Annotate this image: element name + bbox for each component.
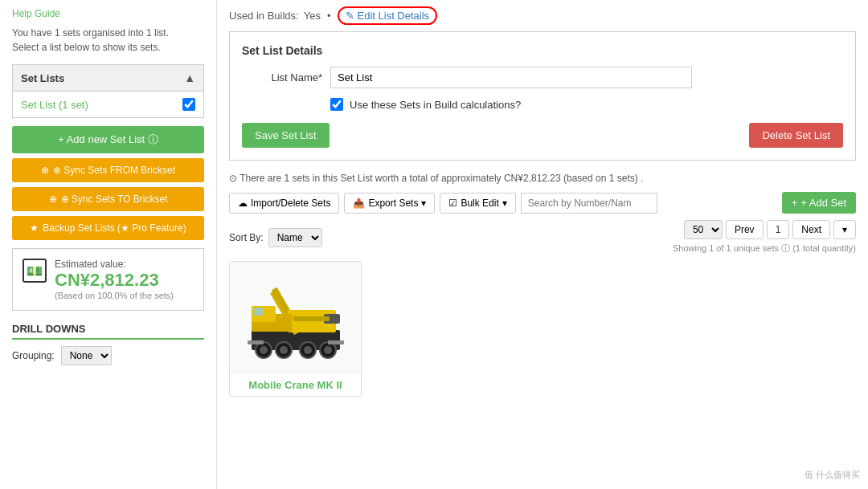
per-page-select[interactable]: 50	[684, 220, 723, 239]
delete-set-list-button[interactable]: Delete Set List	[749, 123, 843, 148]
info-bar: ⊙ There are 1 sets in this Set List wort…	[229, 173, 856, 184]
sort-select[interactable]: Name	[268, 228, 322, 247]
grouping-label: Grouping:	[12, 350, 55, 361]
import-icon: ☁	[238, 198, 248, 209]
set-card-title[interactable]: Mobile Crane MK II	[230, 374, 361, 396]
sync-to-icon: ⊕	[49, 194, 57, 205]
save-set-list-button[interactable]: Save Set List	[242, 123, 330, 148]
set-list-item-link[interactable]: Set List (1 set)	[21, 99, 88, 111]
set-list-details-panel: Set List Details List Name* Use these Se…	[229, 31, 856, 161]
use-in-builds-label: Use these Sets in Build calculations?	[350, 99, 521, 111]
prev-page-button[interactable]: Prev	[726, 220, 764, 239]
showing-text: Showing 1 of 1 unique sets ⓘ (1 total qu…	[673, 242, 856, 255]
svg-rect-14	[253, 308, 263, 316]
svg-point-8	[324, 346, 332, 354]
sync-from-icon: ⊕	[41, 165, 49, 176]
more-options-button[interactable]: ▾	[833, 220, 856, 239]
set-card[interactable]: Mobile Crane MK II	[229, 261, 362, 397]
info-bar-text: There are 1 sets in this Set List worth …	[240, 173, 643, 184]
pagination-row: Sort By: Name 50 Prev 1 Next ▾ Showing 1…	[229, 220, 856, 255]
sync-to-brickset-button[interactable]: ⊕ ⊕ Sync Sets TO Brickset	[12, 187, 204, 211]
set-card-image	[230, 262, 361, 374]
backup-icon: ★	[30, 222, 39, 234]
set-lists-collapse-arrow[interactable]: ▲	[184, 71, 195, 84]
svg-point-4	[280, 346, 288, 354]
info-camera-icon: ⊙	[229, 173, 237, 184]
pagination-controls: 50 Prev 1 Next ▾	[684, 220, 856, 239]
grouping-select[interactable]: None	[61, 346, 112, 365]
help-guide-link[interactable]: Help Guide	[12, 8, 204, 19]
add-set-button[interactable]: + + Add Set	[782, 192, 856, 214]
list-name-input[interactable]	[330, 67, 692, 88]
set-list-details-title: Set List Details	[242, 44, 843, 57]
export-dropdown-arrow: ▾	[421, 198, 426, 209]
watermark: 值 什么值得买	[805, 469, 860, 481]
estimated-label: Estimated value:	[55, 259, 174, 270]
search-input[interactable]	[521, 193, 657, 214]
sidebar-description: You have 1 sets organised into 1 list. S…	[12, 26, 204, 55]
estimated-value: CN¥2,812.23	[55, 270, 174, 291]
list-name-label: List Name*	[242, 71, 330, 84]
estimated-value-box: 💵 Estimated value: CN¥2,812.23 (Based on…	[12, 248, 204, 311]
estimated-note: (Based on 100.0% of the sets)	[55, 291, 174, 300]
edit-list-details-link[interactable]: ✎ Edit List Details	[338, 6, 438, 25]
bulk-edit-dropdown-arrow: ▾	[502, 198, 507, 209]
add-new-set-list-button[interactable]: + Add new Set List ⓘ	[12, 126, 204, 153]
svg-rect-16	[293, 316, 330, 321]
sort-by-label: Sort By:	[229, 232, 264, 243]
sets-grid: Mobile Crane MK II	[229, 261, 856, 397]
current-page: 1	[767, 220, 790, 239]
use-in-builds-checkbox[interactable]	[330, 98, 343, 111]
set-list-item-checkbox[interactable]	[182, 98, 195, 111]
sets-toolbar: ☁ Import/Delete Sets 📤 Export Sets ▾ ☑ B…	[229, 192, 856, 214]
estimated-value-icon: 💵	[23, 259, 47, 283]
export-sets-button[interactable]: 📤 Export Sets ▾	[344, 193, 435, 214]
svg-point-6	[304, 346, 312, 354]
svg-point-2	[260, 346, 268, 354]
next-page-button[interactable]: Next	[792, 220, 830, 239]
backup-set-lists-button[interactable]: ★ Backup Set Lists (★ Pro Feature)	[12, 216, 204, 240]
drill-downs-section: DRILL DOWNS Grouping: None	[12, 323, 204, 365]
drill-downs-header: DRILL DOWNS	[12, 323, 204, 340]
bulk-edit-icon: ☑	[448, 198, 457, 209]
set-lists-header-label: Set Lists	[21, 72, 64, 84]
import-delete-sets-button[interactable]: ☁ Import/Delete Sets	[229, 193, 339, 214]
svg-rect-18	[328, 340, 344, 344]
used-in-builds-bar: Used in Builds: Yes • ✎ Edit List Detail…	[229, 0, 856, 31]
add-set-icon: +	[792, 197, 798, 209]
export-icon: 📤	[353, 198, 365, 209]
used-in-builds-value: Yes	[304, 10, 321, 22]
svg-rect-17	[248, 340, 264, 344]
bulk-edit-button[interactable]: ☑ Bulk Edit ▾	[440, 193, 515, 214]
set-lists-box: Set Lists ▲ Set List (1 set)	[12, 64, 204, 118]
edit-list-label: Edit List Details	[358, 10, 430, 22]
used-in-builds-label: Used in Builds:	[229, 10, 299, 22]
sync-from-brickset-button[interactable]: ⊕ ⊕ Sync Sets FROM Brickset	[12, 158, 204, 182]
edit-list-icon: ✎	[346, 10, 354, 22]
